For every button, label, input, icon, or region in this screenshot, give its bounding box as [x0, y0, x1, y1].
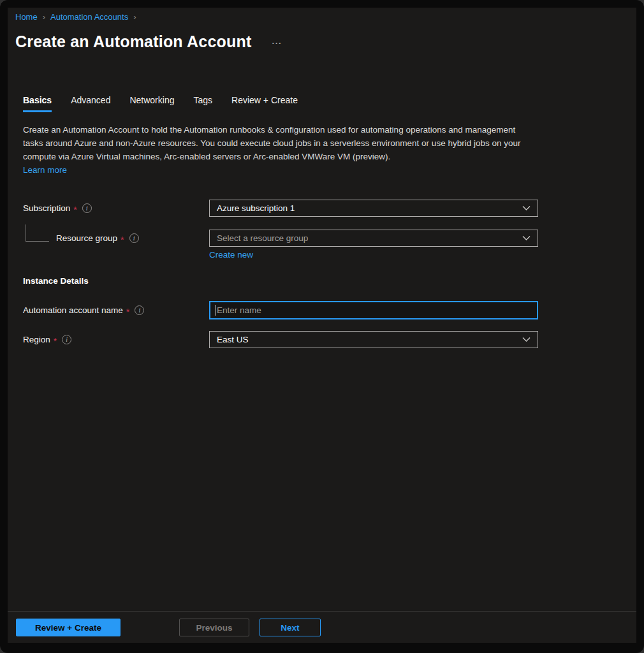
tab-basics[interactable]: Basics: [23, 94, 52, 112]
breadcrumb-separator-icon: ›: [43, 12, 45, 22]
required-marker: *: [54, 338, 57, 344]
subscription-label: Subscription: [23, 203, 70, 213]
breadcrumb-separator-icon: ›: [133, 12, 136, 22]
page-title: Create an Automation Account: [15, 32, 251, 51]
footer-action-bar: Review + Create Previous Next: [8, 611, 636, 643]
create-new-link[interactable]: Create new: [209, 250, 253, 260]
review-create-button[interactable]: Review + Create: [16, 619, 121, 636]
info-icon[interactable]: i: [135, 305, 144, 315]
breadcrumb-automation-accounts-link[interactable]: Automation Accounts: [50, 12, 128, 22]
blade-body: Basics Advanced Networking Tags Review +…: [8, 94, 636, 348]
chevron-down-icon: [522, 205, 531, 211]
next-button[interactable]: Next: [260, 619, 321, 636]
blade-header: Home › Automation Accounts › Create an A…: [8, 8, 636, 51]
form-row-subscription: Subscription * i Azure subscription 1: [23, 200, 621, 217]
region-label-cell: Region * i: [23, 335, 209, 344]
subscription-select[interactable]: Azure subscription 1: [209, 200, 538, 217]
subscription-value: Azure subscription 1: [217, 203, 295, 213]
region-select[interactable]: East US: [209, 331, 538, 348]
form-row-create-new: Create new: [23, 250, 621, 260]
region-value: East US: [217, 335, 249, 344]
description-text: Create an Automation Account to hold the…: [23, 123, 537, 163]
tab-review-create[interactable]: Review + Create: [231, 94, 298, 112]
info-icon[interactable]: i: [62, 335, 71, 344]
form-row-account-name: Automation account name * i: [23, 301, 621, 319]
tab-tags[interactable]: Tags: [193, 94, 212, 112]
breadcrumb-home-link[interactable]: Home: [15, 12, 38, 22]
breadcrumb: Home › Automation Accounts ›: [15, 11, 629, 22]
resource-group-placeholder: Select a resource group: [217, 233, 308, 243]
account-name-field: [209, 301, 538, 319]
title-row: Create an Automation Account ···: [15, 32, 629, 51]
required-marker: *: [121, 237, 124, 243]
tab-bar: Basics Advanced Networking Tags Review +…: [23, 94, 621, 112]
create-automation-account-blade: Home › Automation Accounts › Create an A…: [8, 8, 636, 643]
form-row-region: Region * i East US: [23, 331, 621, 348]
resource-group-select[interactable]: Select a resource group: [209, 230, 538, 247]
required-marker: *: [126, 309, 129, 315]
account-name-label-cell: Automation account name * i: [23, 305, 209, 315]
previous-button[interactable]: Previous: [179, 619, 249, 636]
info-icon[interactable]: i: [82, 203, 92, 213]
resource-group-label-cell: Resource group * i: [23, 233, 209, 243]
account-name-input[interactable]: [210, 302, 537, 318]
required-marker: *: [73, 207, 77, 213]
account-name-label: Automation account name: [23, 305, 123, 315]
section-heading-instance-details: Instance Details: [23, 276, 621, 286]
region-label: Region: [23, 335, 50, 344]
text-caret: [216, 305, 216, 316]
subscription-label-cell: Subscription * i: [23, 203, 209, 213]
tab-advanced[interactable]: Advanced: [71, 94, 110, 112]
tree-connector-line: [26, 224, 49, 242]
basics-form: Subscription * i Azure subscription 1 Re…: [23, 200, 621, 348]
tab-networking[interactable]: Networking: [129, 94, 174, 112]
learn-more-link[interactable]: Learn more: [23, 163, 67, 177]
form-row-resource-group: Resource group * i Select a resource gro…: [23, 230, 621, 247]
info-icon[interactable]: i: [129, 233, 139, 243]
chevron-down-icon: [522, 235, 531, 241]
resource-group-label: Resource group: [56, 233, 117, 243]
azure-portal-frame: Home › Automation Accounts › Create an A…: [0, 0, 644, 653]
chevron-down-icon: [522, 337, 531, 342]
more-options-icon[interactable]: ···: [272, 38, 282, 48]
